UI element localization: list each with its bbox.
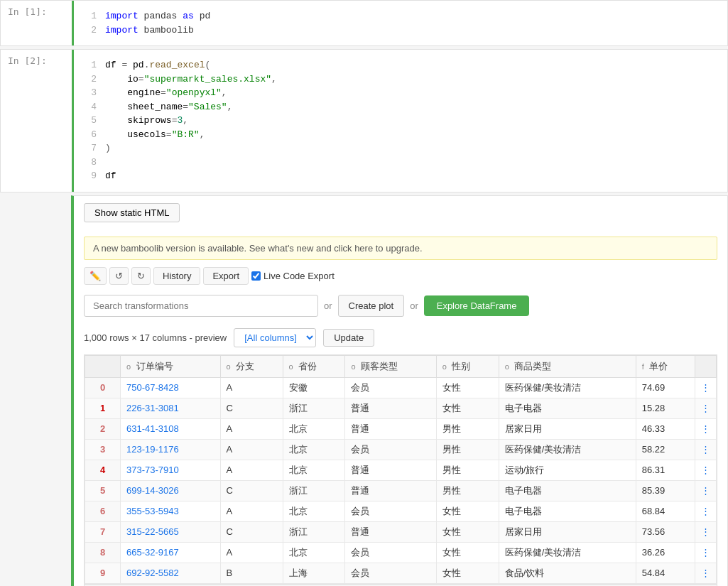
code-line: 1 df = pd.read_excel( [80,58,716,72]
create-plot-button[interactable]: Create plot [338,295,405,317]
action-cell[interactable]: ⋮ [695,501,717,521]
undo-icon-button[interactable]: ↺ [109,267,129,285]
action-cell[interactable]: ⋮ [695,439,717,460]
live-code-label[interactable]: Live Code Export [251,271,335,281]
code-line: 8 [80,156,716,170]
table-row: 0 750-67-8428 A 安徽 会员 女性 医药保健/美妆清洁 74.69… [85,377,717,398]
gender-cell: 女性 [436,521,499,542]
branch-cell: A [220,501,283,521]
action-cell[interactable]: ⋮ [695,398,717,418]
province-cell: 浙江 [283,521,345,542]
branch-cell: A [220,542,283,563]
history-button[interactable]: History [153,267,200,285]
code-line: 2 io="supermarkt_sales.xlsx", [80,72,716,87]
customer-cell: 会员 [345,377,436,398]
code-line: 2 import bamboolib [80,23,716,38]
update-button[interactable]: Update [323,329,374,347]
dataframe-table-container: o 订单编号 o 分支 o 省份 o 顾客类型 [84,354,717,587]
product-cell: 医药保健/美妆清洁 [499,439,636,460]
code-line: 7 ) [80,141,716,156]
order-id-cell: 355-53-5943 [121,501,221,521]
redo-icon-button[interactable]: ↻ [131,267,151,285]
edit-icon-button[interactable]: ✏️ [84,267,107,285]
action-cell[interactable]: ⋮ [695,377,717,398]
explore-dataframe-button[interactable]: Explore DataFrame [424,295,530,316]
or-text-2: or [410,300,418,311]
cell-2-code[interactable]: 1 df = pd.read_excel( 2 io="supermarkt_s… [72,50,727,192]
customer-cell: 普通 [345,398,436,418]
customer-cell: 会员 [345,542,436,563]
province-cell: 北京 [283,439,345,460]
action-cell[interactable]: ⋮ [695,460,717,480]
upgrade-banner: A new bamboolib version is available. Se… [84,237,717,260]
order-id-cell: 373-73-7910 [121,460,221,480]
col-header-product[interactable]: o 商品类型 [499,355,636,377]
col-header-order-id[interactable]: o 订单编号 [121,355,221,377]
price-cell: 58.22 [636,439,695,460]
table-row: 4 373-73-7910 A 北京 普通 男性 运动/旅行 86.31 ⋮ [85,460,717,480]
row-index-cell: 7 [85,521,121,542]
export-button[interactable]: Export [203,267,249,285]
table-row: 8 665-32-9167 A 北京 会员 女性 医药保健/美妆清洁 36.26… [85,542,717,563]
cell-1-code[interactable]: 1 import pandas as pd 2 import bamboolib [72,1,727,45]
horizontal-scrollbar[interactable] [85,584,717,587]
row-index-cell: 0 [85,377,121,398]
customer-cell: 普通 [345,460,436,480]
price-cell: 15.28 [636,398,695,418]
col-header-customer[interactable]: o 顾客类型 [345,355,436,377]
branch-cell: C [220,480,283,501]
col-header-branch[interactable]: o 分支 [220,355,283,377]
toolbar-row: ✏️ ↺ ↻ History Export Live Code Export [84,267,717,285]
order-id-cell: 699-14-3026 [121,480,221,501]
col-header-price[interactable]: f 单价 [636,355,695,377]
row-index-cell: 9 [85,563,121,583]
search-input[interactable] [84,295,318,317]
branch-cell: A [220,377,283,398]
branch-cell: A [220,418,283,439]
table-row: 2 631-41-3108 A 北京 普通 男性 居家日用 46.33 ⋮ [85,418,717,439]
table-row: 6 355-53-5943 A 北京 会员 女性 电子电器 68.84 ⋮ [85,501,717,521]
customer-cell: 会员 [345,439,436,460]
price-cell: 68.84 [636,501,695,521]
gender-cell: 男性 [436,418,499,439]
branch-cell: C [220,398,283,418]
show-static-button[interactable]: Show static HTML [84,203,180,222]
province-cell: 上海 [283,563,345,583]
province-cell: 北京 [283,418,345,439]
notebook-container: In [1]: 1 import pandas as pd 2 import b… [0,0,728,586]
province-cell: 北京 [283,460,345,480]
col-header-gender[interactable]: o 性别 [436,355,499,377]
table-header-row: o 订单编号 o 分支 o 省份 o 顾客类型 [85,355,717,377]
or-text-1: or [324,300,332,311]
rows-columns-info: 1,000 rows × 17 columns - preview [84,332,227,343]
col-header-province[interactable]: o 省份 [283,355,345,377]
columns-select[interactable]: [All columns] [234,328,316,347]
live-code-checkbox[interactable] [251,271,261,281]
customer-cell: 会员 [345,563,436,583]
live-code-text: Live Code Export [264,271,335,281]
gender-cell: 女性 [436,377,499,398]
action-cell[interactable]: ⋮ [695,418,717,439]
upgrade-message: A new bamboolib version is available. Se… [93,243,423,254]
action-cell[interactable]: ⋮ [695,480,717,501]
branch-cell: C [220,521,283,542]
order-id-cell: 631-41-3108 [121,418,221,439]
table-row: 5 699-14-3026 C 浙江 普通 男性 电子电器 85.39 ⋮ [85,480,717,501]
order-id-cell: 315-22-5665 [121,521,221,542]
province-cell: 安徽 [283,377,345,398]
order-id-cell: 226-31-3081 [121,398,221,418]
code-line: 5 skiprows=3, [80,114,716,128]
gender-cell: 男性 [436,460,499,480]
row-index-cell: 6 [85,501,121,521]
action-cell[interactable]: ⋮ [695,563,717,583]
action-cell[interactable]: ⋮ [695,542,717,563]
row-index-cell: 5 [85,480,121,501]
province-cell: 浙江 [283,398,345,418]
code-line: 3 engine="openpyxl", [80,86,716,100]
product-cell: 食品/饮料 [499,563,636,583]
province-cell: 北京 [283,501,345,521]
action-cell[interactable]: ⋮ [695,521,717,542]
cell-2: In [2]: 1 df = pd.read_excel( 2 io="supe… [0,49,728,192]
row-index-cell: 3 [85,439,121,460]
table-row: 3 123-19-1176 A 北京 会员 男性 医药保健/美妆清洁 58.22… [85,439,717,460]
